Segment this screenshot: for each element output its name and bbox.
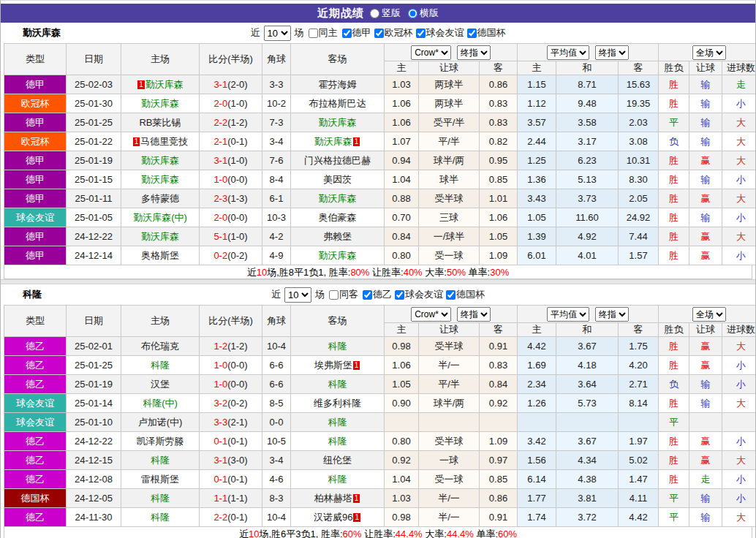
away-team-cell: 奥伯豪森 xyxy=(291,208,385,227)
league-checkbox[interactable] xyxy=(416,29,426,38)
handicap-result-cell: 输 xyxy=(689,508,722,527)
score-cell: 2-2(0-1) xyxy=(200,508,262,527)
avg-away-cell: 2.71 xyxy=(619,375,659,394)
handicap-result-cell: 输 xyxy=(689,375,722,394)
match-row: 德乙 24-11-30 科隆 2-2(0-1) 10-4 汉诺威961 0.98… xyxy=(4,508,756,527)
avg-home-cell: 1.77 xyxy=(518,489,556,508)
league-filter-option[interactable]: 球会友谊 xyxy=(392,288,443,301)
corner-cell: 8-3 xyxy=(262,489,291,508)
result-verdict: 胜 xyxy=(669,98,678,109)
summary-segment: 场,胜6平3负1, 胜率: xyxy=(259,528,342,538)
vertical-layout-option[interactable]: 竖版 xyxy=(370,7,401,20)
league-checkbox[interactable] xyxy=(374,29,384,38)
avg-home-cell: 1.26 xyxy=(518,394,556,413)
league-checkbox[interactable] xyxy=(342,29,352,38)
vertical-layout-label: 竖版 xyxy=(382,7,401,20)
section2-filter-row: 科隆 近 10 场 同客 德乙 xyxy=(4,284,752,305)
league-checkbox[interactable] xyxy=(467,29,477,38)
bookmaker-select[interactable]: Crow* xyxy=(411,45,451,60)
sub-header-result-goals: 进球数 xyxy=(722,61,756,75)
goals-verdict: 小 xyxy=(736,436,746,447)
away-odds-cell: 1.01 xyxy=(480,189,518,208)
fulltime-select[interactable]: 全场 xyxy=(692,45,726,60)
fulltime-score: 0-1 xyxy=(213,474,227,485)
handicap-result-cell: 输 xyxy=(689,394,722,413)
league-checkbox[interactable] xyxy=(446,290,456,300)
league-checkbox[interactable] xyxy=(395,290,404,300)
fulltime-select-cell: 全场 xyxy=(659,306,756,323)
handicap-line-cell: 平/半 xyxy=(419,375,480,394)
away-team-name: 弗赖堡 xyxy=(323,231,352,242)
league-filter-option[interactable]: 德甲 xyxy=(339,26,371,39)
avg-draw-cell: 3.67 xyxy=(556,432,619,451)
odds-stage-select[interactable]: 终指 xyxy=(457,45,491,60)
league-type-cell: 德乙 xyxy=(4,337,67,356)
avg-away-cell: 10.31 xyxy=(619,151,659,170)
handicap-verdict: 输 xyxy=(701,136,711,147)
halftime-score: (1-2) xyxy=(227,117,247,128)
avg-home-cell: 1.74 xyxy=(518,508,556,527)
corner-cell: 6-6 xyxy=(262,375,291,394)
corner-cell: 3-4 xyxy=(262,451,291,470)
league-filter-option[interactable]: 德国杯 xyxy=(464,26,506,39)
avg-stage-select[interactable]: 终指 xyxy=(595,307,629,322)
home-team-cell: 多特蒙德 xyxy=(121,189,200,208)
handicap-line-cell xyxy=(419,413,480,432)
section2-filter-controls: 近 10 场 同客 德乙 xyxy=(271,287,485,303)
horizontal-layout-option[interactable]: 横版 xyxy=(408,7,439,20)
same-venue-checkbox[interactable] xyxy=(329,290,339,300)
league-filter-option[interactable]: 德乙 xyxy=(360,288,392,301)
corner-cell: 0-0 xyxy=(262,413,291,432)
home-team-name: 雷根斯堡 xyxy=(141,474,179,485)
sub-header-result-handicap: 让球 xyxy=(689,323,722,337)
league-filter-option[interactable]: 球会友谊 xyxy=(413,26,464,39)
sub-header-odds-away: 客 xyxy=(480,61,518,75)
league-type-cell: 德甲 xyxy=(4,170,67,189)
summary-segment: 让胜率: xyxy=(369,267,403,278)
fulltime-score: 3-1 xyxy=(213,455,227,466)
goals-result-cell: 大 xyxy=(722,337,756,356)
avg-stage-select[interactable]: 终指 xyxy=(595,45,629,60)
home-team-name: 马德里竞技 xyxy=(140,136,188,147)
home-team-name: 勤沃库森 xyxy=(141,155,179,166)
handicap-result-cell: 赢 xyxy=(689,151,722,170)
col-header-type: 类型 xyxy=(4,306,67,337)
score-cell: 2-2(1-2) xyxy=(200,113,262,132)
section2-summary: 近10场,胜6平3负1, 胜率:60% 让胜率:44.4% 大率:44.4% 单… xyxy=(4,527,752,538)
horizontal-layout-radio[interactable] xyxy=(408,9,417,18)
league-type-cell: 德乙 xyxy=(4,470,67,489)
sub-header-avg-away: 客 xyxy=(619,61,659,75)
away-team-name: 科隆 xyxy=(328,379,347,390)
same-venue-checkbox[interactable] xyxy=(309,29,318,38)
avg-away-cell: 2.03 xyxy=(619,113,659,132)
halftime-score: (1-1) xyxy=(227,493,247,504)
average-select[interactable]: 平均值 xyxy=(547,45,589,60)
goals-result-cell: 小 xyxy=(722,470,756,489)
league-filter-option[interactable]: 德国杯 xyxy=(443,288,485,301)
avg-away-cell: 1.47 xyxy=(619,470,659,489)
home-team-name: 汉堡 xyxy=(151,379,170,390)
date-cell: 24-12-22 xyxy=(67,432,121,451)
fulltime-score: 1-1 xyxy=(213,493,227,504)
league-type-cell: 德乙 xyxy=(4,356,67,375)
odds-stage-select[interactable]: 终指 xyxy=(457,307,491,322)
games-count-select[interactable]: 10 xyxy=(284,287,311,303)
bookmaker-select[interactable]: Crow* xyxy=(411,307,451,322)
avg-home-cell xyxy=(518,413,556,432)
handicap-line-cell: 球半 xyxy=(419,170,480,189)
summary-segment: 10 xyxy=(257,267,267,278)
home-team-cell: 科隆 xyxy=(121,356,200,375)
games-count-select[interactable]: 10 xyxy=(264,26,291,41)
average-select[interactable]: 平均值 xyxy=(547,307,589,322)
away-team-name: 汉诺威96 xyxy=(314,512,352,523)
avg-home-cell: 1.12 xyxy=(518,94,556,113)
same-venue-option[interactable]: 同主 xyxy=(306,26,338,39)
league-filter-option[interactable]: 欧冠杯 xyxy=(371,26,413,39)
result-cell: 胜 xyxy=(659,470,689,489)
league-type-cell: 德甲 xyxy=(4,227,67,246)
same-venue-option[interactable]: 同客 xyxy=(326,288,358,301)
fulltime-select[interactable]: 全场 xyxy=(692,307,726,322)
home-odds-cell: 0.84 xyxy=(385,227,419,246)
league-checkbox[interactable] xyxy=(363,290,372,300)
vertical-layout-radio[interactable] xyxy=(370,9,379,18)
